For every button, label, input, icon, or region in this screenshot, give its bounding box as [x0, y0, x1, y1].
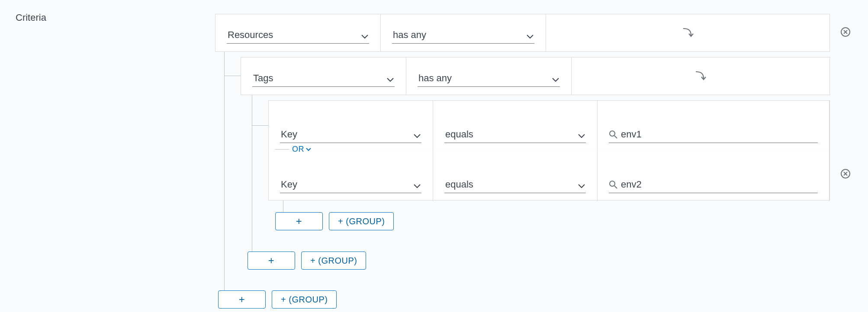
value-input[interactable] — [621, 179, 818, 190]
operator-select[interactable]: equals — [444, 175, 586, 193]
add-group-button[interactable]: + (GROUP) — [272, 290, 337, 309]
row-actions — [839, 26, 868, 38]
criteria-row-group-level3: Key equals — [268, 100, 830, 201]
add-controls-level2: + + (GROUP) — [248, 252, 366, 270]
delete-row-button[interactable] — [839, 26, 852, 38]
value-cell — [598, 101, 829, 151]
add-controls-level3: + + (GROUP) — [275, 212, 394, 230]
criteria-builder: Resources has any — [0, 0, 868, 312]
attribute-select-value: Resources — [228, 29, 273, 41]
attribute-cell: Key — [269, 101, 433, 151]
criteria-row-level2: Tags has any — [241, 57, 830, 95]
svg-line-1 — [614, 136, 617, 138]
operator-select[interactable]: has any — [418, 69, 560, 87]
chevron-down-icon — [552, 78, 559, 82]
operator-cell: equals — [433, 101, 598, 151]
attribute-select[interactable]: Key — [280, 175, 421, 193]
attribute-select[interactable]: Key — [280, 125, 421, 143]
attribute-cell: Key — [269, 151, 433, 201]
chevron-down-icon — [387, 78, 394, 82]
tree-line — [252, 95, 252, 263]
operator-select[interactable]: has any — [392, 25, 534, 44]
add-condition-button[interactable]: + — [275, 212, 323, 230]
tree-line — [252, 125, 268, 126]
add-controls-level1: + + (GROUP) — [218, 290, 337, 309]
operator-cell: equals — [433, 151, 598, 201]
chevron-down-icon — [578, 134, 585, 138]
expand-cell — [572, 57, 829, 95]
add-condition-button[interactable]: + — [218, 290, 266, 309]
chevron-down-icon — [361, 35, 368, 39]
curved-arrow-icon — [694, 70, 707, 84]
attribute-cell: Tags — [241, 57, 406, 95]
operator-select-value: has any — [418, 73, 452, 84]
add-group-button[interactable]: + (GROUP) — [301, 252, 366, 270]
svg-line-3 — [614, 186, 617, 188]
operator-select[interactable]: equals — [444, 125, 586, 143]
search-icon — [609, 130, 617, 141]
connector-line — [275, 149, 289, 150]
value-input[interactable] — [621, 129, 818, 140]
attribute-select[interactable]: Tags — [252, 69, 395, 87]
svg-point-2 — [610, 181, 615, 186]
tree-line — [224, 52, 225, 294]
operator-select-value: equals — [445, 179, 473, 190]
operator-cell: has any — [406, 57, 572, 95]
curved-arrow-icon — [682, 27, 694, 41]
criteria-row-level3b: Key equals — [269, 151, 829, 201]
attribute-select[interactable]: Resources — [227, 25, 369, 44]
chevron-down-icon — [578, 184, 585, 188]
add-group-button[interactable]: + (GROUP) — [329, 212, 394, 230]
operator-cell: has any — [381, 14, 546, 51]
row-actions — [839, 168, 852, 180]
chevron-down-icon — [527, 35, 534, 39]
tree-line — [224, 76, 241, 76]
search-icon — [609, 180, 617, 191]
criteria-row-level3a: Key equals — [269, 101, 829, 151]
chevron-down-icon — [414, 184, 421, 188]
operator-select-value: equals — [445, 129, 473, 140]
criteria-row-level1: Resources has any — [215, 14, 830, 52]
operator-select-value: has any — [393, 29, 426, 41]
attribute-select-value: Tags — [253, 73, 273, 84]
svg-point-0 — [610, 131, 615, 136]
chevron-down-icon — [414, 134, 421, 138]
delete-row-button[interactable] — [839, 168, 852, 180]
value-cell — [598, 151, 829, 201]
attribute-cell: Resources — [215, 14, 381, 51]
expand-cell — [546, 14, 829, 51]
attribute-select-value: Key — [281, 179, 297, 190]
add-condition-button[interactable]: + — [248, 252, 295, 270]
attribute-select-value: Key — [281, 129, 297, 140]
